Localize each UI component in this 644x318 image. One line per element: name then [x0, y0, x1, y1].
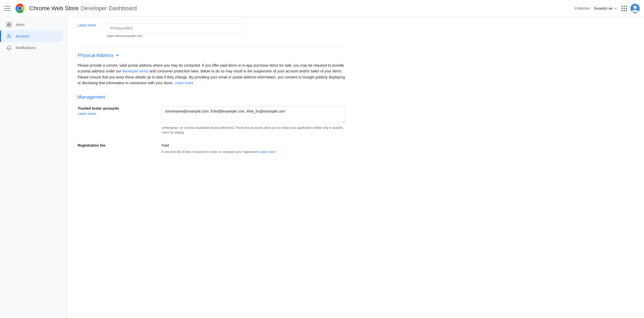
privacy-policy-input-wrap: https://www.example.com	[107, 23, 345, 38]
privacy-policy-input[interactable]	[107, 23, 243, 33]
physical-address-section: Physical Address Please provide a curren…	[78, 53, 345, 86]
dropdown-arrow-icon	[614, 6, 618, 10]
hamburger-menu-icon[interactable]	[4, 5, 10, 12]
notifications-icon	[6, 45, 12, 50]
privacy-policy-hint: https://www.example.com	[107, 34, 345, 38]
trusted-tester-learn-more[interactable]: Learn more	[78, 112, 96, 116]
sidebar-item-account[interactable]: Account	[0, 30, 64, 42]
registration-fee-value: Paid	[162, 143, 345, 147]
app-layout: Items Account Notifications	[0, 17, 644, 318]
svg-rect-5	[7, 23, 9, 24]
privacy-policy-row: Learn more https://www.example.com	[78, 23, 345, 38]
management-title: Management	[78, 94, 345, 100]
trusted-tester-label: Trusted tester accounts	[78, 106, 151, 110]
privacy-policy-learn-more[interactable]: Learn more	[78, 23, 96, 27]
registration-fee-value-col: Paid A one-time $5.00 fee is required in…	[162, 143, 345, 154]
sidebar-account-label: Account	[16, 34, 29, 38]
privacy-policy-section: Learn more https://www.example.com	[78, 23, 345, 46]
sidebar-notifications-label: Notifications	[16, 46, 36, 50]
registration-fee-label-col: Registration fee	[78, 143, 151, 149]
sidebar-items-label: Items	[16, 23, 25, 27]
management-section: Management Trusted tester accounts Learn…	[78, 94, 345, 154]
svg-rect-7	[7, 25, 9, 27]
items-icon	[6, 22, 12, 27]
developer-terms-link[interactable]: developer terms	[122, 69, 148, 73]
registration-fee-hint: A one-time $5.00 fee is required in orde…	[162, 150, 345, 154]
header-title: Chrome Web Store Developer Dashboard	[29, 5, 137, 12]
registration-fee-row: Registration fee Paid A one-time $5.00 f…	[78, 143, 345, 154]
content-area: Learn more https://www.example.com Physi…	[67, 17, 356, 169]
chrome-logo	[15, 3, 25, 14]
publisher-label: Publisher:	[575, 6, 591, 10]
trusted-tester-label-col: Trusted tester accounts Learn more	[78, 106, 151, 116]
sidebar: Items Account Notifications	[0, 17, 67, 318]
registration-fee-learn-more[interactable]: Learn more	[259, 150, 275, 154]
svg-point-2	[18, 7, 22, 10]
sidebar-item-items[interactable]: Items	[0, 19, 64, 30]
app-header: Chrome Web Store Developer Dashboard Pub…	[0, 0, 644, 17]
svg-rect-6	[9, 23, 11, 24]
main-content: Learn more https://www.example.com Physi…	[67, 17, 644, 318]
svg-point-4	[634, 6, 637, 9]
privacy-policy-label-col: Learn more	[78, 23, 96, 27]
svg-point-9	[8, 34, 10, 36]
physical-address-description: Please provide a current, valid postal a…	[78, 62, 345, 86]
header-right: Publisher: funastor-se	[575, 4, 640, 13]
trusted-tester-hint: (whitespace- or comma-separated email ad…	[162, 125, 345, 135]
sidebar-item-notifications[interactable]: Notifications	[0, 42, 64, 54]
physical-address-title[interactable]: Physical Address	[78, 53, 345, 58]
app-name: Chrome Web Store	[29, 5, 79, 12]
trusted-tester-row: Trusted tester accounts Learn more somen…	[78, 106, 345, 135]
physical-address-learn-more[interactable]: Learn more	[175, 81, 194, 85]
registration-fee-label: Registration fee	[78, 143, 151, 147]
app-subtitle: Developer Dashboard	[81, 5, 137, 12]
trusted-tester-input-col: somename@example.com, fr3ed@example.com,…	[162, 106, 345, 135]
user-avatar[interactable]	[630, 4, 640, 13]
header-left: Chrome Web Store Developer Dashboard	[4, 3, 575, 14]
google-apps-icon[interactable]	[621, 5, 627, 12]
publisher-name[interactable]: funastor-se	[594, 6, 618, 10]
account-icon	[6, 34, 12, 39]
trusted-tester-textarea[interactable]: somename@example.com, fr3ed@example.com,…	[162, 106, 345, 123]
svg-rect-8	[9, 25, 11, 27]
physical-address-chevron-icon	[116, 55, 119, 56]
